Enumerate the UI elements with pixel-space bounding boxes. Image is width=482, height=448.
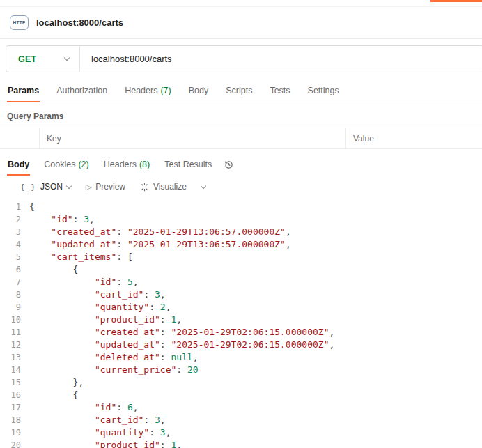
history-clock-icon: [224, 160, 234, 170]
line-number: 18: [0, 414, 29, 426]
request-url-box: GET localhost:8000/carts: [6, 45, 482, 72]
request-tab-body[interactable]: Body: [188, 79, 210, 102]
line-number: 8: [0, 288, 29, 301]
line-number: 17: [0, 401, 29, 414]
response-tab-test-results[interactable]: Test Results: [164, 153, 212, 176]
response-body-editor[interactable]: 1{2 "id": 3,3 "created_at": "2025-01-29T…: [0, 198, 482, 448]
query-params-table: Key Value: [0, 128, 482, 149]
tab-count: (2): [78, 160, 88, 169]
code-line: 20 "product_id": 1,: [0, 439, 482, 448]
code-line: 15 },: [0, 376, 482, 389]
request-tab-authorization[interactable]: Authorization: [56, 79, 108, 102]
request-header: HTTP localhost:8000/carts: [0, 7, 482, 39]
line-content: "cart_items": [: [29, 251, 133, 263]
line-content: "created_at": "2025-01-29T02:06:15.00000…: [29, 326, 334, 339]
code-line: 5 "cart_items": [: [0, 251, 482, 263]
http-icon-label: HTTP: [13, 20, 25, 25]
code-line: 17 "id": 6,: [0, 401, 482, 414]
tab-label: Test Results: [164, 160, 212, 169]
code-line: 10 "product_id": 1,: [0, 314, 482, 326]
request-tabs: ParamsAuthorizationHeaders(7)BodyScripts…: [0, 79, 482, 102]
line-number: 9: [0, 301, 29, 314]
line-number: 2: [0, 213, 29, 226]
line-number: 7: [0, 276, 29, 288]
line-content: "current_price": 20: [29, 364, 199, 376]
request-tab-params[interactable]: Params: [7, 79, 40, 102]
response-tab-list: BodyCookies(2)Headers(8)Test Results: [7, 153, 212, 176]
tab-label: Cookies: [44, 160, 75, 169]
code-line: 8 "cart_id": 3,: [0, 288, 482, 301]
line-content: "quantity": 3,: [29, 426, 171, 439]
code-line: 14 "current_price": 20: [0, 364, 482, 376]
line-content: "id": 3,: [29, 213, 95, 226]
chevron-down-icon: [64, 55, 70, 61]
response-toolbar: { } JSON ▷ Preview Visualize: [0, 176, 482, 198]
response-tabs: BodyCookies(2)Headers(8)Test Results: [0, 153, 482, 176]
line-content: "id": 5,: [29, 276, 139, 288]
json-braces-icon: { }: [20, 183, 36, 192]
code-line: 2 "id": 3,: [0, 213, 482, 226]
response-history-button[interactable]: [224, 160, 234, 170]
line-number: 3: [0, 226, 29, 238]
tab-label: Headers: [125, 86, 157, 95]
line-content: "quantity": 2,: [29, 301, 171, 314]
line-number: 6: [0, 263, 29, 276]
response-format-selector[interactable]: { } JSON: [20, 182, 71, 192]
active-tab-indicator: [430, 0, 482, 2]
request-tab-list: ParamsAuthorizationHeaders(7)BodyScripts…: [7, 79, 340, 102]
line-number: 5: [0, 251, 29, 263]
line-number: 13: [0, 351, 29, 364]
line-number: 16: [0, 389, 29, 401]
response-tab-cookies[interactable]: Cookies(2): [43, 153, 89, 176]
preview-button[interactable]: ▷ Preview: [86, 182, 125, 192]
response-tab-headers[interactable]: Headers(8): [103, 153, 151, 176]
chevron-down-icon: [66, 183, 72, 188]
request-tab-settings[interactable]: Settings: [307, 79, 340, 102]
line-content: {: [29, 263, 78, 276]
line-content: "id": 6,: [29, 401, 139, 414]
code-line: 4 "updated_at": "2025-01-29T13:06:57.000…: [0, 238, 482, 251]
line-content: },: [29, 376, 84, 389]
format-label: JSON: [40, 182, 63, 192]
line-content: "deleted_at": null,: [29, 351, 199, 364]
code-line: 11 "created_at": "2025-01-29T02:06:15.00…: [0, 326, 482, 339]
column-header-key: Key: [39, 128, 345, 148]
request-bar: GET localhost:8000/carts: [0, 39, 482, 79]
column-header-value: Value: [345, 128, 482, 148]
code-line: 18 "cart_id": 3,: [0, 414, 482, 426]
tab-label: Headers: [104, 160, 137, 169]
code-line: 12 "updated_at": "2025-01-29T02:06:15.00…: [0, 339, 482, 351]
line-number: 12: [0, 339, 29, 351]
tab-label: Body: [189, 86, 209, 95]
visualize-button[interactable]: Visualize: [140, 182, 187, 192]
tab-count: (7): [160, 86, 171, 95]
line-number: 4: [0, 238, 29, 251]
response-tab-body[interactable]: Body: [7, 153, 30, 176]
request-tab-tests[interactable]: Tests: [269, 79, 290, 102]
line-content: "cart_id": 3,: [29, 288, 166, 301]
code-line: 19 "quantity": 3,: [0, 426, 482, 439]
code-line: 13 "deleted_at": null,: [0, 351, 482, 364]
line-content: "updated_at": "2025-01-29T02:06:15.00000…: [29, 339, 334, 351]
line-content: "product_id": 1,: [29, 439, 182, 448]
code-line: 7 "id": 5,: [0, 276, 482, 288]
line-content: "product_id": 1,: [29, 314, 182, 326]
line-number: 19: [0, 426, 29, 439]
preview-label: Preview: [95, 182, 125, 192]
response-view-options[interactable]: [201, 186, 205, 188]
method-selector[interactable]: GET: [6, 46, 80, 72]
query-params-heading: Query Params: [7, 111, 482, 121]
request-title: localhost:8000/carts: [36, 17, 123, 28]
tab-label: Scripts: [226, 86, 252, 95]
line-number: 14: [0, 364, 29, 376]
tab-label: Tests: [270, 86, 290, 95]
chevron-down-icon: [201, 183, 206, 188]
url-input[interactable]: localhost:8000/carts: [80, 46, 482, 72]
param-checkbox-cell: [0, 128, 39, 148]
request-tab-headers[interactable]: Headers(7): [124, 79, 172, 102]
tab-count: (8): [139, 160, 150, 169]
visualize-label: Visualize: [153, 182, 187, 192]
line-number: 11: [0, 326, 29, 339]
line-content: "cart_id": 3,: [29, 414, 166, 426]
request-tab-scripts[interactable]: Scripts: [225, 79, 253, 102]
